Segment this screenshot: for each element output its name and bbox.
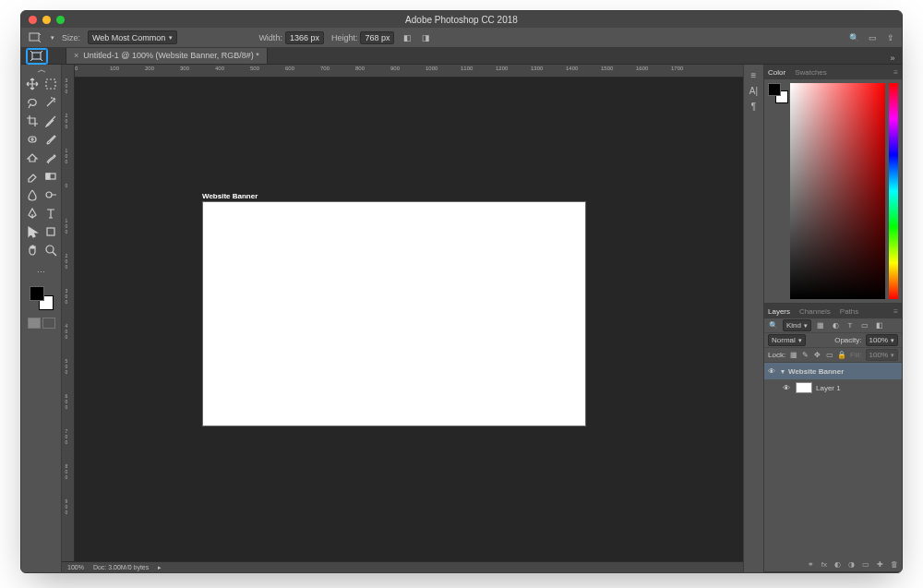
blend-mode-select[interactable]: Normal▾ (768, 334, 806, 346)
ruler-tick: 400 (215, 66, 224, 71)
hue-slider[interactable] (889, 83, 898, 299)
artboard-preset-select[interactable]: Web Most Common ▾ (88, 30, 177, 44)
chevron-down-icon[interactable]: ▾ (781, 367, 785, 376)
hand-tool[interactable] (24, 242, 41, 258)
statusbar-menu-icon[interactable]: ▸ (158, 564, 162, 571)
pen-tool[interactable] (24, 205, 41, 222)
current-tool-icon[interactable] (27, 30, 43, 45)
paragraph-panel-icon[interactable]: ¶ (751, 102, 756, 112)
dodge-tool[interactable] (42, 186, 59, 203)
character-panel-icon[interactable]: A| (749, 86, 758, 96)
tab-swatches[interactable]: Swatches (795, 68, 827, 77)
tool-preset-chevron-icon[interactable]: ▾ (51, 34, 54, 42)
lock-position-icon[interactable]: ✥ (813, 350, 821, 360)
layers-footer: ⚭ fx ◐ ◑ ▭ ✚ 🗑 (764, 557, 902, 571)
filter-smart-icon[interactable]: ◧ (874, 320, 885, 331)
layer-mask-icon[interactable]: ◐ (834, 560, 841, 569)
zoom-level[interactable]: 100% (67, 564, 84, 570)
panel-fg-swatch[interactable] (768, 83, 781, 96)
lock-artboard-icon[interactable]: ▭ (825, 350, 833, 360)
shape-tool[interactable] (42, 223, 59, 240)
marquee-tool[interactable] (42, 76, 59, 92)
zoom-tool[interactable] (42, 242, 59, 258)
visibility-icon[interactable]: 👁 (783, 384, 792, 392)
edit-toolbar-icon[interactable]: ⋯ (33, 264, 50, 281)
tools-collapse-handle-icon[interactable] (21, 68, 62, 76)
new-group-icon[interactable]: ▭ (862, 560, 869, 569)
layer-row[interactable]: 👁 Layer 1 (764, 379, 902, 396)
delete-layer-icon[interactable]: 🗑 (891, 560, 898, 569)
color-swatches[interactable] (30, 286, 54, 310)
filter-pixel-icon[interactable]: ▦ (815, 320, 826, 331)
healing-brush-tool[interactable] (24, 131, 41, 148)
filter-icon[interactable]: 🔍 (768, 320, 779, 331)
opacity-field[interactable]: 100%▾ (866, 334, 898, 346)
move-tool[interactable] (24, 76, 41, 92)
tab-layers[interactable]: Layers (768, 307, 790, 316)
new-layer-icon[interactable]: ✚ (877, 560, 883, 569)
quickmask-mode-icon[interactable] (42, 318, 55, 329)
width-field[interactable]: 1366 px (285, 31, 324, 44)
panels-icon[interactable]: ▭ (867, 32, 878, 43)
ruler-vertical[interactable]: 3002001000100200300400500600700800900 (62, 78, 75, 561)
tab-channels[interactable]: Channels (799, 307, 831, 316)
search-icon[interactable]: 🔍 (848, 32, 859, 43)
brush-tool[interactable] (42, 131, 59, 148)
canvas-viewport[interactable]: Website Banner (75, 78, 743, 561)
ruler-horizontal[interactable]: 0100200300400500600700800900100011001200… (62, 65, 743, 78)
link-layers-icon[interactable]: ⚭ (808, 560, 814, 569)
panel-color-swatches[interactable] (768, 83, 788, 103)
artboard-tool-highlight[interactable] (27, 49, 47, 64)
eraser-tool[interactable] (24, 168, 41, 185)
layer-group-row[interactable]: 👁 ▾ Website Banner (764, 363, 902, 379)
filter-adjust-icon[interactable]: ◐ (830, 320, 841, 331)
crop-tool[interactable] (24, 113, 41, 129)
ruler-origin[interactable] (62, 65, 75, 78)
foreground-color-swatch[interactable] (30, 286, 44, 301)
clone-stamp-tool[interactable] (24, 150, 41, 166)
close-tab-icon[interactable]: × (74, 51, 78, 60)
ruler-tick: 1300 (531, 66, 543, 71)
type-tool[interactable] (42, 205, 59, 222)
path-selection-tool[interactable] (24, 223, 41, 240)
panel-menu-icon[interactable]: ≡ (893, 307, 898, 316)
eyedropper-tool[interactable] (42, 113, 59, 129)
standard-mode-icon[interactable] (28, 318, 41, 329)
artboard-surface[interactable] (202, 201, 586, 426)
layers-panel: Layers Channels Paths ≡ 🔍 Kind▾ ▦ ◐ T ▭ … (764, 304, 902, 572)
collapse-panels-icon[interactable]: » (887, 53, 898, 64)
orientation-icon[interactable]: ◨ (420, 32, 431, 43)
magic-wand-tool[interactable] (42, 94, 59, 111)
filter-shape-icon[interactable]: ▭ (859, 320, 870, 331)
filter-type-icon[interactable]: T (845, 320, 856, 331)
layer-kind-select[interactable]: Kind▾ (783, 319, 811, 331)
visibility-icon[interactable]: 👁 (768, 367, 777, 376)
lock-pixels-icon[interactable]: ✎ (801, 350, 809, 360)
history-brush-tool[interactable] (42, 150, 59, 166)
doc-info[interactable]: Doc: 3.00M/0 bytes (93, 564, 149, 570)
color-field[interactable] (790, 83, 885, 299)
tab-paths[interactable]: Paths (840, 307, 858, 316)
blur-tool[interactable] (24, 186, 41, 203)
fill-label: Fill: (850, 351, 861, 359)
gradient-tool[interactable] (42, 168, 59, 185)
height-field[interactable]: 768 px (360, 31, 394, 44)
ruler-tick: 300 (64, 78, 69, 94)
panel-menu-icon[interactable]: ≡ (893, 68, 898, 77)
artboard-title[interactable]: Website Banner (202, 192, 258, 200)
layer-thumbnail-icon[interactable] (796, 382, 812, 393)
tab-color[interactable]: Color (768, 68, 785, 77)
screen-mode (28, 318, 55, 329)
adjustment-layer-icon[interactable]: ◑ (848, 560, 855, 569)
lock-all-icon[interactable]: 🔒 (837, 350, 846, 360)
ruler-tick: 200 (64, 113, 69, 129)
properties-panel-icon[interactable]: ≡ (751, 70, 757, 80)
svg-point-6 (46, 192, 52, 198)
share-icon[interactable]: ⇪ (885, 32, 896, 43)
layer-fx-icon[interactable]: fx (821, 560, 827, 569)
lasso-tool[interactable] (24, 94, 41, 111)
lock-transparent-icon[interactable]: ▦ (789, 350, 797, 360)
fill-field[interactable]: 100%▾ (866, 349, 898, 361)
document-tab[interactable]: × Untitled-1 @ 100% (Website Banner, RGB… (66, 47, 268, 64)
orientation-icon[interactable]: ◧ (402, 32, 413, 43)
